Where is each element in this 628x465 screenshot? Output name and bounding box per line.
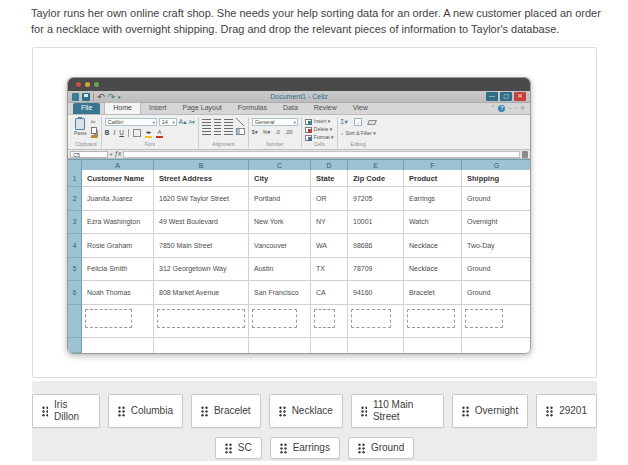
tab-home[interactable]: Home (104, 102, 141, 114)
chip-columbia[interactable]: Columbia (108, 394, 183, 428)
help-icon[interactable]: ? (498, 105, 505, 112)
empty-cell-state (311, 338, 348, 354)
document-title: Document1 - Celiz (68, 93, 530, 100)
chip-iris-dillon[interactable]: Iris Dillon (32, 394, 100, 428)
cell-D3: NY (311, 211, 348, 235)
chip-110-main-street[interactable]: 110 Main Street (351, 394, 444, 428)
maximize-button[interactable]: ▢ (500, 92, 512, 101)
format-painter-icon[interactable] (90, 135, 98, 138)
underline-button[interactable]: U (119, 129, 124, 137)
mini-close-icon[interactable]: ✕ (520, 105, 525, 112)
dropzone-shipping[interactable] (465, 309, 503, 328)
tab-formulas[interactable]: Formulas (230, 103, 275, 114)
chip-ground[interactable]: Ground (348, 437, 414, 459)
borders-icon[interactable] (133, 129, 141, 137)
align-center-icon[interactable] (214, 128, 221, 135)
tab-file[interactable]: File (73, 103, 100, 114)
copy-icon[interactable] (91, 127, 97, 134)
row-header-3[interactable]: 3 (68, 211, 82, 235)
decrease-decimal-icon[interactable]: .00 (285, 129, 293, 135)
drag-handle-icon (546, 406, 553, 417)
mini-minimize-icon[interactable]: – (508, 105, 511, 112)
formula-input[interactable] (123, 151, 520, 158)
shrink-font-icon[interactable]: A▾ (188, 118, 194, 126)
number-format-select[interactable]: General▾ (252, 118, 298, 126)
chip-sc[interactable]: SC (215, 437, 262, 459)
increase-decimal-icon[interactable]: .0 (275, 129, 280, 135)
header-cell-street-address: Street Address (154, 170, 249, 187)
autosum-icon[interactable]: Σ▾ (341, 118, 348, 126)
fill-icon[interactable]: ↓ (354, 118, 362, 126)
mini-maximize-icon[interactable]: ▫ (515, 105, 517, 112)
ribbon-group-alignment: Alignment (199, 117, 249, 148)
collapse-ribbon-icon[interactable]: ⌃ (490, 105, 495, 112)
cell-F3: Watch (404, 211, 462, 235)
percent-format-icon[interactable]: %▾ (263, 129, 271, 135)
dropzone-customer-name[interactable] (85, 309, 132, 328)
grow-font-icon[interactable]: A▴ (179, 118, 187, 126)
row-header-dropzone (68, 305, 82, 338)
minimize-button[interactable]: — (486, 92, 498, 101)
format-button[interactable]: Format ▾ (305, 134, 334, 141)
orientation-icon[interactable] (236, 118, 244, 126)
dropzone-zip-code[interactable] (351, 309, 391, 328)
tab-insert[interactable]: Insert (141, 103, 175, 114)
row-header-6[interactable]: 6 (68, 281, 82, 305)
chip-earrings[interactable]: Earrings (270, 437, 340, 459)
close-button[interactable]: ✕ (514, 92, 526, 101)
sort-filter-button[interactable]: Sort & Filter ▾ (346, 130, 376, 136)
chip-label: Overnight (475, 405, 518, 417)
dropzone-product[interactable] (407, 309, 455, 328)
row-header-1[interactable]: 1 (68, 170, 82, 187)
header-cell-customer-name: Customer Name (82, 170, 154, 187)
mac-zoom-light[interactable] (94, 82, 99, 87)
cell-A3: Ezra Washington (82, 211, 154, 235)
bold-button[interactable]: B (105, 129, 110, 137)
paste-button[interactable]: Paste (74, 118, 87, 136)
dropzone-street-address[interactable] (157, 309, 245, 328)
ribbon-group-clipboard: Paste ✂ Clipboard (71, 117, 102, 148)
save-icon[interactable] (82, 93, 90, 101)
merge-center-icon[interactable] (236, 128, 245, 135)
dropzone-state[interactable] (314, 309, 335, 328)
fill-color-icon[interactable]: ◂▸ (145, 128, 152, 138)
cell-D4: WA (311, 234, 348, 258)
font-size-select[interactable]: 14▾ (159, 118, 177, 126)
name-box-dropdown-icon[interactable]: ▾ (110, 152, 112, 157)
cell-G4: Two-Day (462, 234, 531, 258)
chip-bracelet[interactable]: Bracelet (191, 394, 261, 428)
row-header-2[interactable]: 2 (68, 187, 82, 211)
chip-label: Bracelet (214, 405, 251, 417)
italic-button[interactable]: I (114, 129, 116, 137)
row-header-4[interactable]: 4 (68, 234, 82, 258)
word-bank-row-1: Iris DillonColumbiaBraceletNecklace110 M… (32, 381, 597, 428)
align-middle-icon[interactable] (214, 119, 221, 126)
spreadsheet-stage: Document1 - Celiz ↶ ↷ ▾ — ▢ ✕ FileHomeIn… (32, 47, 597, 378)
mac-minimize-light[interactable] (85, 82, 90, 87)
cut-icon[interactable]: ✂ (91, 118, 98, 126)
tab-review[interactable]: Review (306, 103, 345, 114)
tab-data[interactable]: Data (275, 103, 306, 114)
tab-page-layout[interactable]: Page Layout (174, 103, 229, 114)
formula-bar-expand-icon[interactable] (522, 151, 528, 158)
align-right-icon[interactable] (224, 128, 233, 135)
currency-format-icon[interactable]: $▾ (252, 129, 258, 135)
chip-necklace[interactable]: Necklace (269, 394, 343, 428)
align-top-icon[interactable] (202, 119, 211, 126)
font-color-icon[interactable]: A (156, 128, 163, 138)
row-header-5[interactable]: 5 (68, 258, 82, 282)
dropzone-cell-product (404, 305, 462, 338)
drag-handle-icon (280, 443, 287, 454)
insert-button[interactable]: Insert ▾ (305, 118, 334, 125)
clear-icon[interactable] (367, 120, 377, 125)
font-name-select[interactable]: Calibri▾ (105, 118, 157, 126)
chip-overnight[interactable]: Overnight (452, 394, 528, 428)
align-left-icon[interactable] (202, 128, 211, 135)
delete-button[interactable]: Delete ▾ (305, 126, 334, 133)
align-bottom-icon[interactable] (224, 119, 233, 126)
tab-view[interactable]: View (345, 103, 376, 114)
dropzone-city[interactable] (252, 309, 297, 328)
mac-close-light[interactable] (76, 82, 81, 87)
chip-29201[interactable]: 29201 (536, 394, 597, 428)
name-box[interactable]: C5 (70, 151, 108, 158)
